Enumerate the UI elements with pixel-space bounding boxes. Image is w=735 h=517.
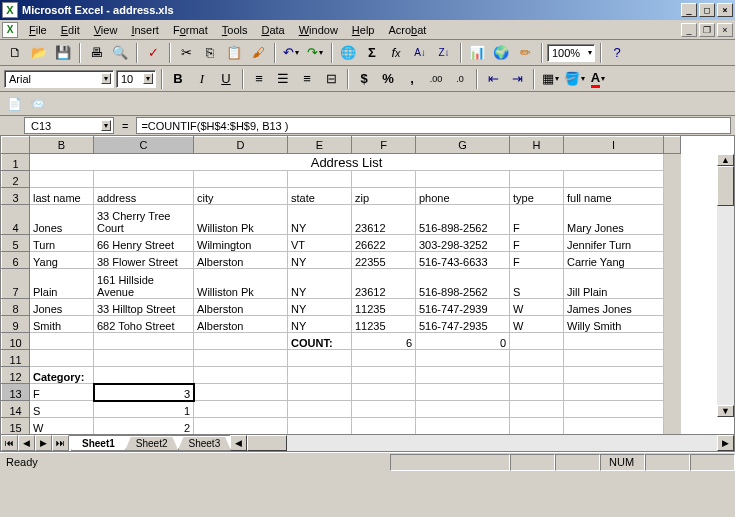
row-header-15[interactable]: 15 [2,418,30,435]
cell-E6[interactable]: NY [288,252,352,269]
cell-C7[interactable]: 161 Hillside Avenue [94,269,194,299]
cell-G9[interactable]: 516-747-2935 [416,316,510,333]
maximize-button[interactable]: □ [699,3,715,17]
cell-E10[interactable]: COUNT: [288,333,352,350]
cell-F13[interactable] [352,384,416,401]
col-header-D[interactable]: D [194,137,288,154]
row-header-3[interactable]: 3 [2,188,30,205]
cell-H14[interactable] [510,401,564,418]
menu-window[interactable]: Window [292,22,345,38]
drawing-icon[interactable]: ✏ [514,42,536,64]
cell-D10[interactable] [194,333,288,350]
sort-asc-icon[interactable]: A↓ [409,42,431,64]
cell-H12[interactable] [510,367,564,384]
cell-H11[interactable] [510,350,564,367]
tab-next-button[interactable]: ▶ [35,435,52,451]
cell-G15[interactable] [416,418,510,435]
tab-prev-button[interactable]: ◀ [18,435,35,451]
cell-H4[interactable]: F [510,205,564,235]
col-header-H[interactable]: H [510,137,564,154]
cell-E3[interactable]: state [288,188,352,205]
scroll-right-button[interactable]: ▶ [717,435,734,451]
cell-I9[interactable]: Willy Smith [564,316,664,333]
cell-C5[interactable]: 66 Henry Street [94,235,194,252]
cell-F7[interactable]: 23612 [352,269,416,299]
format-painter-icon[interactable]: 🖌 [247,42,269,64]
cell-I8[interactable]: James Jones [564,299,664,316]
align-right-icon[interactable]: ≡ [296,68,318,90]
row-header-5[interactable]: 5 [2,235,30,252]
cell-H9[interactable]: W [510,316,564,333]
col-header-F[interactable]: F [352,137,416,154]
vertical-scrollbar[interactable]: ▲ ▼ [717,154,734,417]
cell-I6[interactable]: Carrie Yang [564,252,664,269]
minimize-button[interactable]: _ [681,3,697,17]
col-header-G[interactable]: G [416,137,510,154]
child-restore-button[interactable]: ❐ [699,23,715,37]
cell-I13[interactable] [564,384,664,401]
cell-I2[interactable] [564,171,664,188]
cell-B8[interactable]: Jones [30,299,94,316]
cell-E11[interactable] [288,350,352,367]
cell-E13[interactable] [288,384,352,401]
cell-D15[interactable] [194,418,288,435]
cell-G7[interactable]: 516-898-2562 [416,269,510,299]
row-header-8[interactable]: 8 [2,299,30,316]
cell-F3[interactable]: zip [352,188,416,205]
cell-B3[interactable]: last name [30,188,94,205]
cell-I14[interactable] [564,401,664,418]
cell-G5[interactable]: 303-298-3252 [416,235,510,252]
cell-C4[interactable]: 33 Cherry Tree Court [94,205,194,235]
cell-C9[interactable]: 682 Toho Street [94,316,194,333]
cell-E12[interactable] [288,367,352,384]
cell-E2[interactable] [288,171,352,188]
child-close-button[interactable]: × [717,23,733,37]
cell-title[interactable]: Address List [30,154,664,171]
scroll-down-button[interactable]: ▼ [717,405,734,417]
tab-last-button[interactable]: ⏭ [52,435,69,451]
redo-icon[interactable]: ↷▾ [304,42,326,64]
cell-H15[interactable] [510,418,564,435]
tab-first-button[interactable]: ⏮ [1,435,18,451]
cell-H8[interactable]: W [510,299,564,316]
cell-C14[interactable]: 1 [94,401,194,418]
cell-B14[interactable]: S [30,401,94,418]
row-header-13[interactable]: 13 [2,384,30,401]
cell-E14[interactable] [288,401,352,418]
cell-B2[interactable] [30,171,94,188]
print-preview-icon[interactable]: 🔍 [109,42,131,64]
cell-D2[interactable] [194,171,288,188]
cell-I4[interactable]: Mary Jones [564,205,664,235]
cell-E9[interactable]: NY [288,316,352,333]
col-header-B[interactable]: B [30,137,94,154]
cell-B15[interactable]: W [30,418,94,435]
cell-G8[interactable]: 516-747-2939 [416,299,510,316]
cell-H13[interactable] [510,384,564,401]
cell-C11[interactable] [94,350,194,367]
cell-C2[interactable] [94,171,194,188]
scroll-left-button[interactable]: ◀ [230,435,247,451]
row-header-1[interactable]: 1 [2,154,30,171]
cell-C12[interactable] [94,367,194,384]
cell-E4[interactable]: NY [288,205,352,235]
cell-F2[interactable] [352,171,416,188]
cell-G14[interactable] [416,401,510,418]
horizontal-scrollbar[interactable]: ◀ ▶ [230,435,734,451]
menu-help[interactable]: Help [345,22,382,38]
horizontal-scroll-thumb[interactable] [247,435,287,451]
cell-I10[interactable] [564,333,664,350]
cell-D7[interactable]: Williston Pk [194,269,288,299]
cell-I12[interactable] [564,367,664,384]
cell-B10[interactable] [30,333,94,350]
child-minimize-button[interactable]: _ [681,23,697,37]
currency-icon[interactable]: $ [353,68,375,90]
cell-B11[interactable] [30,350,94,367]
copy-icon[interactable]: ⎘ [199,42,221,64]
cell-E7[interactable]: NY [288,269,352,299]
menu-insert[interactable]: Insert [124,22,166,38]
cell-D6[interactable]: Alberston [194,252,288,269]
sort-desc-icon[interactable]: Z↓ [433,42,455,64]
row-header-7[interactable]: 7 [2,269,30,299]
cell-B12[interactable]: Category: [30,367,94,384]
cell-H7[interactable]: S [510,269,564,299]
